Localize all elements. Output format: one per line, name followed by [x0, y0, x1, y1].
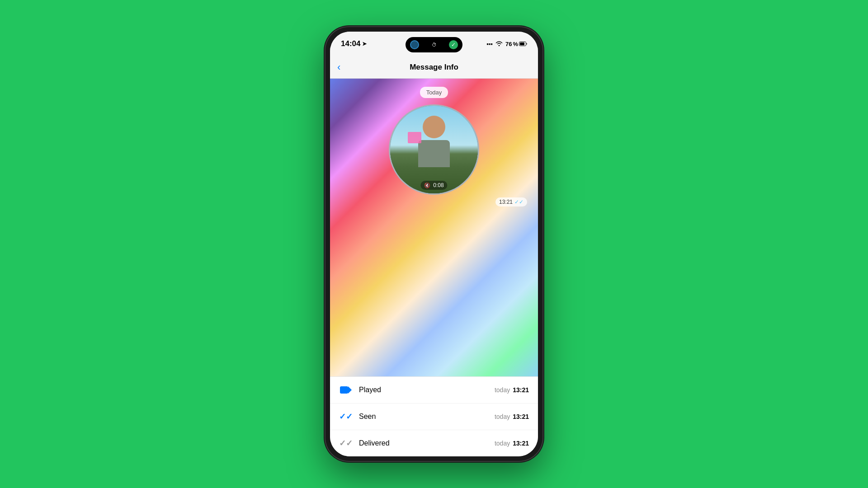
video-controls-overlay: 🔇 0:08 — [420, 181, 447, 190]
status-icons: ▪▪▪ 76 % — [486, 41, 527, 47]
video-thumbnail — [390, 106, 478, 193]
phone-frame: 14:04 ➤ ⏱ ✓ ▪▪▪ — [326, 27, 542, 461]
di-timer-icon: ⏱ — [432, 42, 437, 47]
delivered-time-prefix: today — [495, 440, 510, 447]
time-display: 14:04 — [341, 39, 360, 48]
seen-time: today 13:21 — [495, 413, 529, 420]
phone-wrapper: 14:04 ➤ ⏱ ✓ ▪▪▪ — [326, 27, 542, 461]
seen-label: Seen — [359, 413, 488, 421]
played-time-value: 13:21 — [513, 386, 529, 394]
delivered-label: Delivered — [359, 439, 488, 447]
seen-row: ✓✓ Seen today 13:21 — [330, 404, 538, 430]
background-sign — [408, 132, 421, 143]
delivered-time-value: 13:21 — [513, 440, 529, 447]
seen-checkmark-icon: ✓✓ — [339, 410, 353, 423]
delivered-row: ✓✓ Delivered today 13:21 — [330, 430, 538, 456]
played-time: today 13:21 — [495, 386, 529, 394]
date-badge-container: Today — [330, 87, 538, 98]
video-play-icon — [339, 383, 353, 397]
svg-rect-2 — [340, 386, 348, 394]
power-button[interactable] — [542, 140, 544, 176]
battery-level: 76 — [505, 41, 512, 47]
status-time: 14:04 ➤ — [341, 39, 367, 48]
message-time-row: 13:21 ✓✓ — [330, 197, 538, 206]
location-arrow-icon: ➤ — [362, 41, 367, 47]
message-time-badge: 13:21 ✓✓ — [495, 197, 527, 206]
seen-time-value: 13:21 — [513, 413, 529, 420]
svg-marker-3 — [348, 386, 352, 394]
video-message[interactable]: 🔇 0:08 — [330, 104, 538, 195]
delivered-checkmark-icon: ✓✓ — [339, 436, 353, 450]
video-duration: 0:08 — [433, 182, 443, 188]
seen-time-prefix: today — [495, 413, 510, 420]
person-silhouette — [418, 116, 450, 167]
message-info-list: Played today 13:21 ✓✓ Seen — [330, 376, 538, 456]
svg-rect-1 — [520, 42, 524, 45]
battery-percent: % — [513, 41, 518, 47]
nav-bar: ‹ Message Info — [330, 56, 538, 79]
phone-screen: 14:04 ➤ ⏱ ✓ ▪▪▪ — [330, 32, 538, 456]
chat-area: Today — [330, 79, 538, 376]
date-badge: Today — [420, 87, 448, 98]
back-button[interactable]: ‹ — [337, 61, 340, 73]
di-check-icon: ✓ — [449, 40, 458, 49]
wifi-icon — [495, 41, 503, 47]
message-timestamp: 13:21 — [499, 199, 513, 205]
di-camera — [410, 40, 419, 49]
video-circle[interactable]: 🔇 0:08 — [389, 104, 479, 195]
dynamic-island: ⏱ ✓ — [406, 37, 462, 52]
read-receipt-icon: ✓✓ — [514, 199, 524, 205]
played-label: Played — [359, 386, 488, 394]
played-time-prefix: today — [495, 386, 510, 394]
status-bar: 14:04 ➤ ⏱ ✓ ▪▪▪ — [330, 32, 538, 56]
delivered-time: today 13:21 — [495, 440, 529, 447]
battery-icon: 76 % — [505, 41, 527, 47]
page-title: Message Info — [410, 63, 458, 72]
played-row: Played today 13:21 — [330, 377, 538, 404]
mute-icon: 🔇 — [424, 183, 430, 188]
signal-icon: ▪▪▪ — [486, 41, 493, 47]
